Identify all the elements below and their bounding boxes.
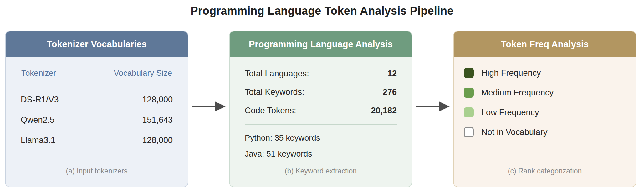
stat-value: 12 (387, 69, 397, 79)
stat-value: 276 (383, 87, 397, 97)
tokenizer-name: Qwen2.5 (21, 115, 54, 125)
panel-tokenizer-vocabularies: Tokenizer Vocabularies Tokenizer Vocabul… (5, 31, 188, 187)
panel-c-body: High Frequency Medium Frequency Low Freq… (454, 57, 636, 187)
legend-item: High Frequency (464, 68, 626, 78)
keyword-detail: Python: 35 keywords (245, 133, 397, 143)
tokenizer-name: DS-R1/V3 (21, 95, 59, 105)
panel-b-body: Total Languages: 12 Total Keywords: 276 … (230, 57, 412, 187)
pipeline-figure: Programming Language Token Analysis Pipe… (0, 0, 644, 187)
table-header-row: Tokenizer Vocabulary Size (21, 57, 173, 84)
medium-frequency-swatch-icon (464, 88, 474, 98)
panel-b-caption: (b) Keyword extraction (230, 167, 412, 175)
table-row: Qwen2.5 151,643 (21, 105, 173, 125)
table-row: Llama3.1 128,000 (21, 125, 173, 145)
tokenizer-name: Llama3.1 (21, 136, 55, 145)
panel-b-title: Programming Language Analysis (230, 31, 412, 57)
legend-label: Medium Frequency (481, 88, 554, 98)
legend-item: Medium Frequency (464, 88, 626, 98)
vocab-size-value: 128,000 (142, 136, 173, 145)
legend-label: Not in Vocabulary (481, 127, 548, 137)
stat-row: Total Keywords: 276 (245, 87, 397, 97)
legend-item: Not in Vocabulary (464, 127, 626, 137)
vocab-size-value: 128,000 (142, 95, 173, 105)
column-header-vocab-size: Vocabulary Size (114, 68, 172, 78)
panel-token-freq-analysis: Token Freq Analysis High Frequency Mediu… (453, 31, 636, 187)
panel-a-title: Tokenizer Vocabularies (6, 31, 188, 57)
arrow-shaft (416, 106, 439, 107)
stat-row: Code Tokens: 20,182 (245, 106, 397, 116)
panel-a-caption: (a) Input tokenizers (6, 167, 188, 175)
low-frequency-swatch-icon (464, 107, 474, 117)
not-in-vocabulary-swatch-icon (464, 127, 474, 137)
arrow-right-icon (412, 101, 453, 111)
arrow-head (439, 101, 450, 111)
stat-label: Total Languages: (245, 69, 309, 79)
keyword-detail: Java: 51 keywords (245, 149, 397, 159)
column-header-tokenizer: Tokenizer (21, 68, 56, 78)
stat-row: Total Languages: 12 (245, 69, 397, 79)
legend-label: High Frequency (481, 68, 541, 78)
high-frequency-swatch-icon (464, 68, 474, 78)
legend-item: Low Frequency (464, 107, 626, 117)
panel-c-title: Token Freq Analysis (454, 31, 636, 57)
stats-divider (245, 124, 397, 125)
stat-label: Code Tokens: (245, 106, 296, 116)
vocab-size-value: 151,643 (142, 115, 173, 125)
stat-label: Total Keywords: (245, 87, 304, 97)
stat-value: 20,182 (371, 106, 397, 116)
figure-title: Programming Language Token Analysis Pipe… (0, 0, 644, 18)
panel-c-caption: (c) Rank categorization (454, 167, 636, 175)
legend-label: Low Frequency (481, 108, 539, 117)
table-row: DS-R1/V3 128,000 (21, 84, 173, 105)
panel-programming-language-analysis: Programming Language Analysis Total Lang… (229, 31, 412, 187)
pipeline-row: Tokenizer Vocabularies Tokenizer Vocabul… (5, 18, 639, 187)
arrow-shaft (192, 106, 215, 107)
panel-a-body: Tokenizer Vocabulary Size DS-R1/V3 128,0… (6, 57, 188, 187)
arrow-head (215, 101, 226, 111)
arrow-right-icon (188, 101, 229, 111)
